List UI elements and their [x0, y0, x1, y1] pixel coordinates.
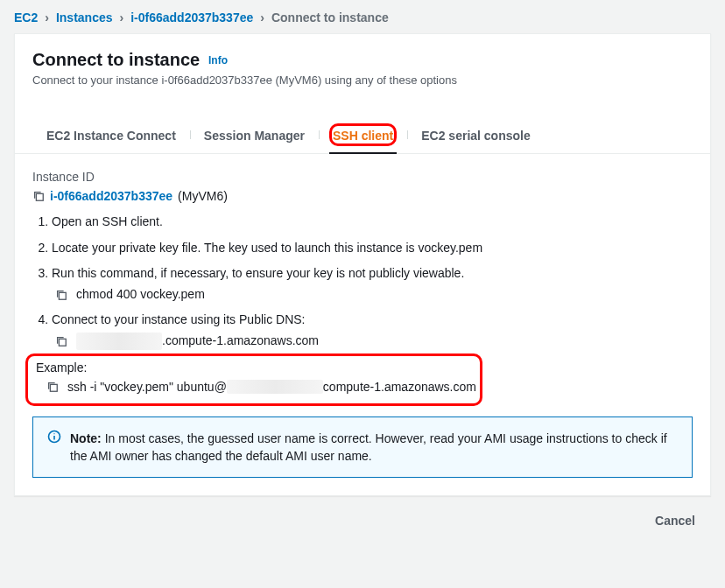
- steps-list: Open an SSH client. Locate your private …: [32, 214, 693, 350]
- step-3: Run this command, if necessary, to ensur…: [52, 265, 693, 303]
- connect-panel: Connect to instance Info Connect to your…: [14, 33, 711, 496]
- example-block: Example: ssh -i "vockey.pem" ubuntu@ com…: [32, 359, 693, 399]
- instance-name: (MyVM6): [178, 189, 228, 203]
- breadcrumb-current: Connect to instance: [271, 10, 389, 24]
- tab-session-manager[interactable]: Session Manager: [190, 116, 319, 153]
- highlight-annotation: [25, 354, 482, 406]
- breadcrumb-ec2[interactable]: EC2: [14, 10, 38, 24]
- highlight-annotation: [329, 123, 397, 146]
- copy-icon[interactable]: [55, 335, 67, 347]
- svg-rect-2: [59, 339, 66, 346]
- chevron-right-icon: ›: [260, 10, 264, 24]
- tabs: EC2 Instance Connect Session Manager SSH…: [15, 116, 710, 154]
- footer: Cancel: [0, 496, 725, 533]
- info-icon: [47, 430, 61, 466]
- instance-id-link[interactable]: i-0f66add2037b337ee: [50, 189, 172, 203]
- tab-ssh-client[interactable]: SSH client: [319, 116, 407, 153]
- step-2: Locate your private key file. The key us…: [52, 240, 693, 257]
- info-link[interactable]: Info: [208, 54, 228, 66]
- note-text: Note: In most cases, the guessed user na…: [70, 430, 678, 466]
- svg-rect-0: [36, 193, 43, 200]
- chevron-right-icon: ›: [45, 10, 49, 24]
- tab-content: Instance ID i-0f66add2037b337ee (MyVM6) …: [15, 154, 710, 495]
- page-title: Connect to instance: [32, 50, 200, 69]
- note-box: Note: In most cases, the guessed user na…: [32, 416, 693, 479]
- breadcrumb-instances[interactable]: Instances: [56, 10, 113, 24]
- chmod-command: chmod 400 vockey.pem: [76, 286, 205, 304]
- chevron-right-icon: ›: [120, 10, 124, 24]
- breadcrumb: EC2 › Instances › i-0f66add2037b337ee › …: [0, 0, 725, 33]
- svg-rect-1: [59, 292, 66, 299]
- public-dns: .compute-1.amazonaws.com: [76, 332, 319, 350]
- tab-ec2-instance-connect[interactable]: EC2 Instance Connect: [32, 116, 190, 153]
- step-1: Open an SSH client.: [52, 214, 693, 231]
- svg-point-6: [53, 433, 54, 434]
- dns-suffix: .compute-1.amazonaws.com: [162, 333, 319, 347]
- note-prefix: Note:: [70, 431, 102, 445]
- instance-id-label: Instance ID: [32, 170, 693, 184]
- step-4-text: Connect to your instance using its Publi…: [52, 312, 305, 326]
- step-4: Connect to your instance using its Publi…: [52, 312, 693, 349]
- cancel-button[interactable]: Cancel: [646, 508, 704, 533]
- redacted-dns-prefix: [76, 332, 162, 350]
- copy-icon[interactable]: [32, 190, 45, 202]
- step-3-text: Run this command, if necessary, to ensur…: [52, 266, 464, 280]
- tab-ec2-serial-console[interactable]: EC2 serial console: [407, 116, 545, 153]
- breadcrumb-instance-id[interactable]: i-0f66add2037b337ee: [130, 10, 253, 24]
- page-subtitle: Connect to your instance i-0f66add2037b3…: [32, 74, 693, 87]
- note-body: In most cases, the guessed user name is …: [70, 431, 667, 463]
- copy-icon[interactable]: [55, 289, 67, 301]
